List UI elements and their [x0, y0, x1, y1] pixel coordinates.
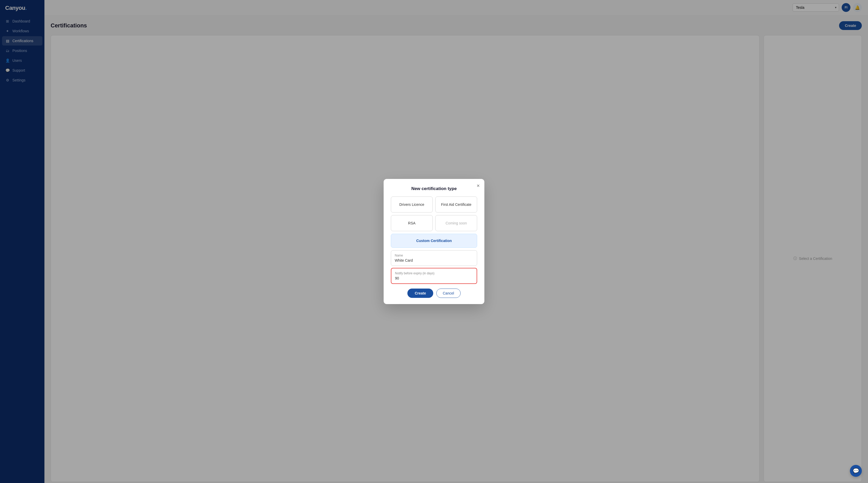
- modal-title: New certification type: [391, 186, 477, 191]
- name-field[interactable]: Name White Card: [391, 250, 477, 266]
- chat-icon: 💬: [853, 468, 859, 474]
- cert-option-rsa[interactable]: RSA: [391, 215, 433, 231]
- modal-cancel-button[interactable]: Cancel: [436, 289, 461, 298]
- modal-close-button[interactable]: ×: [476, 183, 480, 188]
- notify-field-value: 90: [395, 276, 473, 280]
- modal-actions: Create Cancel: [391, 289, 477, 298]
- name-field-label: Name: [395, 254, 473, 257]
- cert-type-grid: Drivers Licence First Aid Certificate RS…: [391, 197, 477, 231]
- new-certification-modal: New certification type × Drivers Licence…: [383, 179, 485, 304]
- cert-option-first-aid[interactable]: First Aid Certificate: [435, 197, 477, 212]
- modal-overlay[interactable]: New certification type × Drivers Licence…: [0, 0, 868, 483]
- cert-option-coming-soon: Coming soon: [435, 215, 477, 231]
- notify-field-label: Notify before expiry (in days): [395, 272, 473, 275]
- notify-field[interactable]: Notify before expiry (in days) 90: [391, 268, 477, 284]
- chat-bubble[interactable]: 💬: [850, 465, 862, 477]
- cert-option-custom[interactable]: Custom Certification: [391, 234, 477, 248]
- modal-create-button[interactable]: Create: [407, 289, 433, 298]
- cert-option-drivers-licence[interactable]: Drivers Licence: [391, 197, 433, 212]
- name-field-value: White Card: [395, 258, 473, 262]
